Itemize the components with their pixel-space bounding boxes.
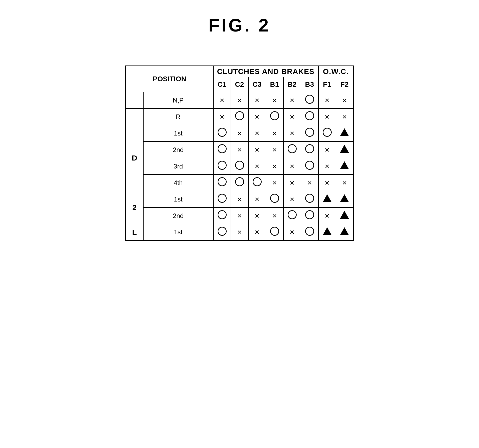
circle-symbol (288, 144, 297, 153)
data-cell: × (231, 142, 248, 158)
x-symbol: × (237, 145, 242, 154)
data-cell: × (283, 108, 301, 125)
data-cell (301, 208, 318, 224)
circle-symbol (218, 128, 227, 137)
table-row: 21st××× (126, 191, 353, 208)
table-row: 2nd×××× (126, 142, 353, 158)
x-symbol: × (272, 211, 277, 220)
x-symbol: × (255, 211, 259, 220)
data-cell (301, 92, 318, 108)
outer-label (126, 92, 143, 108)
data-cell: × (336, 174, 353, 191)
inner-label: 1st (143, 125, 213, 142)
data-cell: × (266, 92, 283, 108)
triangle-symbol (323, 194, 332, 202)
data-cell: × (213, 108, 231, 125)
data-cell: × (213, 92, 231, 108)
circle-symbol (305, 227, 314, 236)
data-cell (336, 142, 353, 158)
x-symbol: × (272, 96, 277, 105)
data-cell (213, 158, 231, 174)
inner-label: 2nd (143, 142, 213, 158)
data-cell: × (231, 191, 248, 208)
x-symbol: × (325, 112, 329, 121)
circle-symbol (253, 177, 262, 186)
inner-label: R (143, 108, 213, 125)
circle-symbol (235, 177, 244, 186)
x-symbol: × (290, 129, 294, 138)
col-header-b3: B3 (301, 77, 318, 92)
data-cell: × (283, 125, 301, 142)
main-table: POSITION CLUTCHES AND BRAKES O.W.C. C1 C… (125, 66, 354, 241)
data-cell: × (283, 92, 301, 108)
data-cell: × (248, 208, 266, 224)
data-cell (301, 191, 318, 208)
data-cell (231, 108, 248, 125)
data-cell: × (248, 224, 266, 240)
x-symbol: × (342, 96, 347, 105)
circle-symbol (218, 227, 227, 236)
table-row: R××××× (126, 108, 353, 125)
data-cell: × (301, 174, 318, 191)
triangle-symbol (340, 227, 349, 235)
x-symbol: × (290, 112, 294, 121)
data-cell (213, 125, 231, 142)
table-row: N,P××××××× (126, 92, 353, 108)
data-cell: × (266, 208, 283, 224)
circle-symbol (235, 111, 244, 120)
data-cell (213, 191, 231, 208)
col-header-b2: B2 (283, 77, 301, 92)
outer-label: L (126, 224, 143, 240)
data-cell (248, 174, 266, 191)
x-symbol: × (272, 145, 277, 154)
data-cell (336, 158, 353, 174)
data-cell: × (283, 158, 301, 174)
inner-label: 1st (143, 224, 213, 240)
x-symbol: × (255, 195, 259, 204)
data-cell: × (283, 174, 301, 191)
data-cell (301, 125, 318, 142)
position-header: POSITION (126, 66, 213, 92)
x-symbol: × (290, 162, 294, 171)
x-symbol: × (255, 145, 259, 154)
circle-symbol (270, 111, 279, 120)
data-cell (301, 142, 318, 158)
data-cell (266, 191, 283, 208)
inner-label: 1st (143, 191, 213, 208)
circle-symbol (218, 210, 227, 219)
data-cell: × (318, 174, 336, 191)
triangle-symbol (323, 227, 332, 235)
circle-symbol (218, 177, 227, 186)
data-cell (318, 191, 336, 208)
triangle-symbol (340, 161, 349, 169)
x-symbol: × (220, 112, 224, 121)
data-cell (318, 224, 336, 240)
x-symbol: × (220, 96, 224, 105)
outer-label (126, 108, 143, 125)
data-cell (213, 174, 231, 191)
data-cell: × (231, 125, 248, 142)
col-header-b1: B1 (266, 77, 283, 92)
x-symbol: × (272, 162, 277, 171)
triangle-symbol (340, 128, 349, 136)
circle-symbol (305, 161, 314, 170)
data-cell: × (318, 158, 336, 174)
x-symbol: × (325, 211, 329, 220)
x-symbol: × (325, 178, 329, 187)
data-cell: × (231, 92, 248, 108)
outer-label: D (126, 125, 143, 191)
table-wrapper: POSITION CLUTCHES AND BRAKES O.W.C. C1 C… (125, 66, 354, 241)
page-title: FIG. 2 (208, 15, 270, 36)
x-symbol: × (255, 129, 259, 138)
data-cell: × (283, 224, 301, 240)
table-row: L1st××× (126, 224, 353, 240)
col-header-c1: C1 (213, 77, 231, 92)
circle-symbol (305, 95, 314, 104)
data-cell: × (248, 92, 266, 108)
data-cell (336, 125, 353, 142)
data-cell: × (248, 108, 266, 125)
triangle-symbol (340, 194, 349, 202)
x-symbol: × (290, 228, 294, 236)
data-cell (266, 224, 283, 240)
owc-header: O.W.C. (318, 66, 353, 77)
